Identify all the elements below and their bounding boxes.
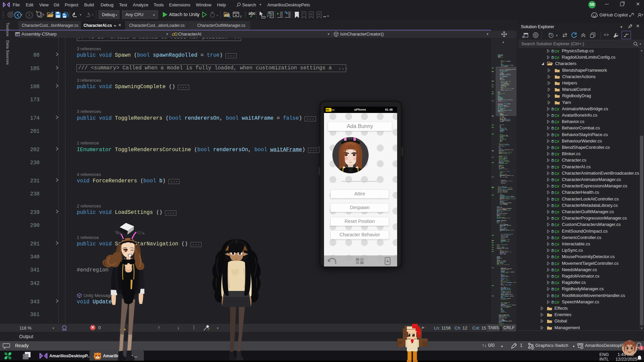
svg-text:C#: C# (554, 249, 559, 253)
svg-text:C#: C# (554, 275, 559, 279)
svg-text:C#: C# (554, 120, 559, 124)
svg-text:C#: C# (554, 171, 559, 175)
svg-text:C#: C# (554, 236, 559, 240)
svg-text:C#: C# (554, 165, 559, 169)
svg-text:C#: C# (554, 229, 559, 233)
svg-text:C#: C# (554, 139, 559, 143)
svg-text:C#: C# (554, 300, 559, 304)
svg-text:C#: C# (554, 126, 559, 130)
svg-text:C#: C# (554, 203, 559, 207)
svg-text:C#: C# (554, 294, 559, 298)
svg-text:C#: C# (554, 223, 559, 227)
svg-text:C#: C# (554, 159, 559, 163)
svg-text:C#: C# (554, 261, 559, 265)
svg-text:C#: C# (554, 242, 559, 246)
svg-text:C#: C# (554, 146, 559, 150)
svg-text:C#: C# (554, 255, 559, 259)
svg-text:C#: C# (554, 178, 559, 182)
svg-text:C#: C# (554, 191, 559, 195)
svg-text:C#: C# (554, 133, 559, 137)
svg-text:C#: C# (554, 152, 559, 156)
svg-text:C#: C# (554, 281, 559, 285)
svg-text:C#: C# (554, 184, 559, 188)
svg-text:C#: C# (554, 114, 559, 118)
svg-text:C#: C# (554, 197, 559, 201)
svg-text:C#: C# (554, 49, 559, 53)
svg-text:C#: C# (554, 287, 559, 291)
svg-text:C#: C# (554, 268, 559, 272)
svg-text:C#: C# (554, 210, 559, 214)
svg-text:C#: C# (554, 217, 559, 221)
svg-text:C#: C# (554, 107, 559, 111)
svg-text:C#: C# (554, 56, 559, 60)
